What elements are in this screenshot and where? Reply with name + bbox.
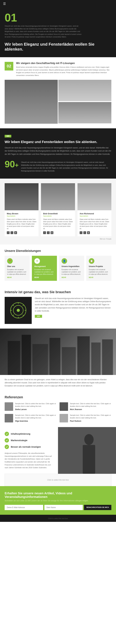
- stat-number: 90+: [5, 160, 18, 169]
- ref-avatar-3: [5, 414, 13, 422]
- ref-item-3: Sample text. Click to select the text bo…: [5, 414, 56, 422]
- check-item-3: Besser als normale Anzeigen: [5, 445, 53, 449]
- ref-avatar-1: [5, 402, 13, 411]
- check-label-3: Besser als normale Anzeigen: [11, 446, 41, 448]
- green-box-section: 02 Wir steigern den Geschäftserfolg mit …: [0, 57, 116, 128]
- svg-rect-17: [91, 342, 100, 375]
- freepik-credit: Bild von: Freepik: [5, 238, 111, 240]
- svg-line-10: [23, 305, 24, 306]
- dark-headline: Wir leben Eleganz und Fensterläden wolle…: [5, 140, 111, 144]
- newsletter-desc: Schreiben sie sich unter 22.000 Lesern d…: [5, 500, 111, 502]
- ref-avatar-4: [60, 414, 68, 422]
- ref-name-4: Paul Hudson: [70, 420, 111, 422]
- service-card-2-highlight: ⚙ Management Excepteur sint occaecat cup…: [32, 256, 57, 281]
- newsletter-submit-button[interactable]: BENACHRICHTIGEN SIE MICH: [84, 505, 111, 510]
- dark-label: Wir: [5, 135, 11, 138]
- team-desc-3: Glaee amet nisl libero molestie value fr…: [80, 218, 109, 230]
- svg-point-20: [84, 434, 94, 445]
- nav-bar: ☰: [0, 0, 116, 8]
- service-desc-1: Excepteur sint occaecat cupidatat non pr…: [7, 268, 27, 276]
- team-img-3: [78, 183, 111, 210]
- svg-rect-16: [77, 336, 90, 375]
- service-title-3: Unsere Angestellten: [62, 265, 82, 268]
- social-icons-2: f t ◉: [43, 231, 73, 234]
- hamburger-icon[interactable]: ☰: [3, 2, 6, 6]
- svg-rect-15: [62, 347, 76, 375]
- instagram-icon-1[interactable]: ◉: [14, 231, 17, 234]
- team-role-2: Spezialistin: [43, 215, 73, 217]
- intensiv-label[interactable]: Wir: [35, 315, 42, 318]
- checklist-left: Inhaltsoptimierung Markenstrategie Besse…: [0, 427, 58, 474]
- hero-section: 01 Obwohl wir nicht das erste Hausreinig…: [0, 8, 116, 57]
- dark-text: Obwohl wir nicht das erste Hausreinigung…: [5, 146, 111, 156]
- hero-body-text: Obwohl wir nicht das erste Hausreinigung…: [5, 25, 82, 38]
- footer-bar: Click to select the text box: [0, 515, 116, 522]
- intensiv-title: Intensiv ist genau das, was Sie brauchen: [5, 290, 111, 294]
- ref-item-2: Sample text. Click to select the text bo…: [60, 402, 111, 411]
- green-box-text: Amet luctus venenatis lectus magna fring…: [16, 66, 111, 77]
- services-title: Unsere Dienstleistungen: [5, 249, 111, 253]
- team-desc-2: Glaee amet nisl libero molestie value fr…: [43, 218, 73, 230]
- svg-line-8: [23, 315, 24, 316]
- service-link-4[interactable]: MEHR: [89, 276, 109, 278]
- service-link-3[interactable]: MEHR: [62, 276, 82, 278]
- team-card-2: Bob Greenfield Spezialistin Glaee amet n…: [41, 183, 75, 236]
- svg-rect-13: [32, 344, 48, 375]
- svg-line-7: [13, 305, 14, 306]
- twitter-icon-2[interactable]: t: [47, 231, 50, 234]
- ref-name-1: Stella Larson: [15, 408, 56, 410]
- svg-rect-12: [22, 335, 31, 375]
- person-image-right: [58, 427, 116, 474]
- building-text: Bis zu einem gewissen Grad ist es uns ge…: [5, 378, 111, 388]
- name-input[interactable]: [44, 505, 83, 510]
- intensiv-section: Intensiv ist genau das, was Sie brauchen: [0, 286, 116, 328]
- check-item-1: Inhaltsoptimierung: [5, 432, 53, 436]
- ref-text-2: Sample text. Click to select the text bo…: [70, 402, 111, 408]
- team-name-2: Bob Greenfield: [43, 212, 73, 215]
- team-desc-1: Glaee amet nisl libero molestie value fr…: [7, 218, 36, 230]
- service-link-2[interactable]: MEHR: [34, 276, 54, 278]
- service-icon-2: ⚙: [34, 258, 40, 264]
- team-section: Mary Brown Spezialistin Glaee amet nisl …: [0, 178, 116, 244]
- service-desc-4: Excepteur sint occaecat cupidatat non pr…: [89, 268, 109, 276]
- instagram-icon-2[interactable]: ◉: [50, 231, 53, 234]
- email-input[interactable]: [5, 505, 43, 510]
- social-icons-3: f t ◉: [80, 231, 109, 234]
- ref-text-4: Sample text. Click to select the text bo…: [70, 414, 111, 419]
- services-grid: 📍 Über uns Excepteur sint occaecat cupid…: [5, 256, 111, 281]
- ref-item-4: Sample text. Click to select the text bo…: [60, 414, 111, 422]
- ref-avatar-2: [60, 402, 68, 411]
- facebook-icon-3[interactable]: f: [80, 231, 82, 234]
- twitter-icon-1[interactable]: t: [10, 231, 13, 234]
- gear-icon: [9, 301, 28, 320]
- newsletter-section: Erhalten Sie unsere neuen Artikel, Video…: [0, 486, 116, 515]
- service-title-2: Management: [34, 265, 54, 268]
- building-section: Bis zu einem gewissen Grad ist es uns ge…: [0, 328, 116, 390]
- twitter-icon-3[interactable]: t: [83, 231, 86, 234]
- green-box-row: 02 Wir steigern den Geschäftserfolg mit …: [5, 62, 111, 77]
- facebook-icon-1[interactable]: f: [7, 231, 10, 234]
- team-role-1: Spezialistin: [7, 215, 36, 217]
- check-circle-1: [5, 432, 9, 436]
- ref-text-1: Sample text. Click to select the text bo…: [15, 402, 56, 408]
- stat-text: Obwohl wir nicht das erste Hausreinigung…: [21, 160, 111, 172]
- hero-headline: Wir leben Eleganz und Fensterläden wolle…: [5, 42, 111, 52]
- facebook-icon-2[interactable]: f: [43, 231, 46, 234]
- select-text-hint[interactable]: Click to select the text box: [5, 474, 111, 486]
- check-label-2: Markenstrategie: [11, 439, 28, 442]
- intensiv-content: Obwohl wir nicht das erste Hausreinigung…: [5, 297, 111, 324]
- service-icon-1: 📍: [7, 258, 13, 264]
- ref-name-2: Nick Jhanson: [70, 408, 111, 410]
- service-card-3: 👤 Unsere Angestellten Excepteur sint occ…: [59, 256, 84, 281]
- intensiv-text-block: Obwohl wir nicht das erste Hausreinigung…: [35, 297, 111, 318]
- stat-block: 90+ Obwohl wir nicht das erste Hausreini…: [5, 160, 111, 172]
- hero-number: 01: [5, 12, 111, 23]
- image-person-2: [58, 102, 111, 124]
- service-link-1[interactable]: MEHR: [7, 276, 27, 278]
- references-title: Referenzen: [5, 395, 111, 399]
- service-icon-4: 📋: [89, 258, 94, 264]
- team-card-3: Ann Richmond Spezialistin Glaee amet nis…: [78, 183, 111, 236]
- team-name-3: Ann Richmond: [80, 212, 109, 215]
- newsletter-form: BENACHRICHTIGEN SIE MICH: [5, 505, 111, 510]
- instagram-icon-3[interactable]: ◉: [87, 231, 90, 234]
